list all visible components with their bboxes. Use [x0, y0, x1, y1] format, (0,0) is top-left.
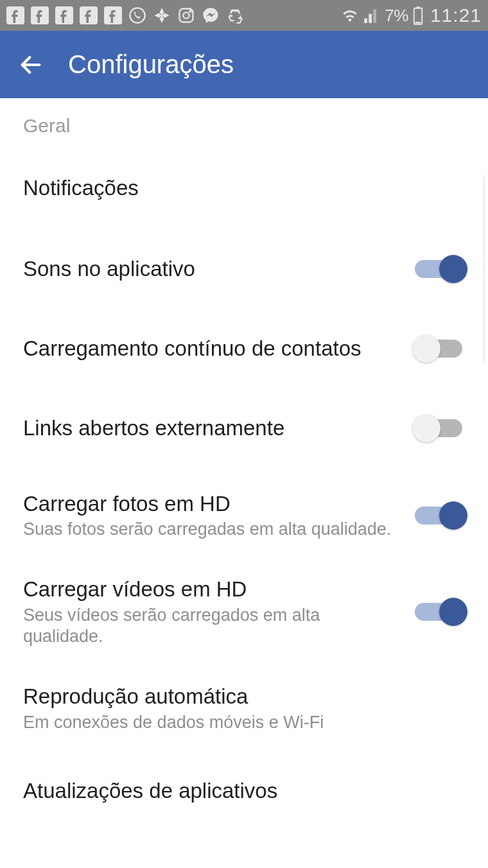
svg-point-7 — [183, 12, 189, 18]
facebook-icon — [55, 6, 73, 24]
setting-title: Carregar fotos em HD — [23, 491, 402, 517]
facebook-icon — [31, 6, 49, 24]
toggle-contacts-upload[interactable] — [415, 334, 465, 363]
edge-panel-hint — [484, 173, 488, 366]
svg-rect-10 — [416, 6, 419, 8]
settings-list: Notificações Sons no aplicativo Carregam… — [0, 137, 488, 829]
setting-title: Reprodução automática — [23, 684, 452, 709]
facebook-icon — [80, 6, 98, 24]
setting-videos-hd[interactable]: Carregar vídeos em HD Seus vídeos serão … — [0, 559, 488, 666]
app-bar: Configurações — [0, 31, 488, 98]
messenger-icon — [202, 6, 220, 24]
signal-icon — [363, 6, 381, 24]
back-arrow-icon[interactable] — [18, 52, 44, 78]
svg-rect-11 — [415, 22, 421, 24]
toggle-photos-hd[interactable] — [415, 501, 465, 530]
wifi-icon — [341, 6, 359, 24]
setting-title: Carregar vídeos em HD — [23, 577, 402, 602]
whatsapp-icon — [128, 6, 146, 24]
status-right: 7% 11:21 — [341, 4, 482, 26]
setting-title: Notificações — [23, 175, 452, 201]
toggle-sounds[interactable] — [415, 255, 465, 283]
status-bar: 7% 11:21 — [0, 0, 488, 31]
svg-point-8 — [189, 10, 191, 12]
svg-point-5 — [130, 8, 144, 22]
page-title: Configurações — [68, 50, 234, 79]
toggle-videos-hd[interactable] — [415, 598, 465, 626]
instagram-icon — [177, 6, 195, 24]
setting-app-updates[interactable]: Atualizações de aplicativos — [0, 751, 488, 829]
setting-photos-hd[interactable]: Carregar fotos em HD Suas fotos serão ca… — [0, 468, 488, 559]
setting-title: Atualizações de aplicativos — [23, 778, 452, 804]
setting-title: Links abertos externamente — [23, 415, 402, 441]
photos-icon — [153, 6, 171, 24]
setting-title: Sons no aplicativo — [23, 256, 402, 282]
setting-contacts-upload[interactable]: Carregamento contínuo de contatos — [0, 309, 488, 388]
clock: 11:21 — [428, 4, 482, 26]
facebook-icon — [104, 6, 122, 24]
battery-percent: 7% — [385, 6, 408, 26]
facebook-icon — [6, 6, 24, 24]
setting-subtitle: Seus vídeos serão carregados em alta qua… — [23, 605, 402, 648]
setting-sounds[interactable]: Sons no aplicativo — [0, 229, 488, 309]
recycle-icon — [226, 6, 244, 24]
battery-icon — [412, 6, 424, 25]
toggle-external-links[interactable] — [415, 414, 465, 442]
setting-subtitle: Em conexões de dados móveis e Wi-Fi — [23, 712, 452, 734]
setting-subtitle: Suas fotos serão carregadas em alta qual… — [23, 519, 402, 541]
setting-autoplay[interactable]: Reprodução automática Em conexões de dad… — [0, 666, 488, 751]
setting-title: Carregamento contínuo de contatos — [23, 336, 402, 361]
status-left-icons — [6, 6, 244, 24]
setting-notifications[interactable]: Notificações — [0, 137, 488, 229]
section-header-geral: Geral — [0, 98, 488, 137]
setting-external-links[interactable]: Links abertos externamente — [0, 388, 488, 468]
